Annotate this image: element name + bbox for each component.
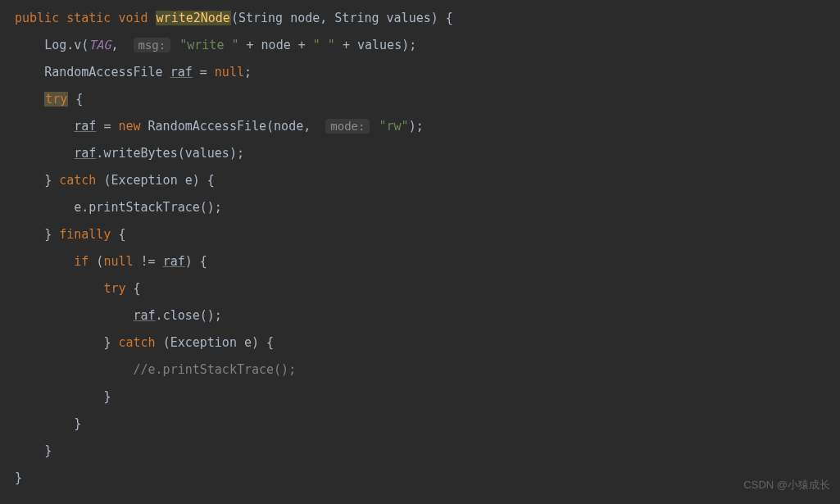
paren-close: ) (193, 173, 200, 188)
code-line[interactable]: } finally { (15, 221, 840, 248)
semicolon: ; (215, 308, 222, 323)
keyword-if: if (74, 254, 89, 269)
paren-open: ( (200, 200, 207, 215)
method-name: write2Node (156, 11, 231, 25)
brace-close: } (44, 173, 52, 188)
code-editor[interactable]: public static void write2Node(String nod… (0, 0, 840, 492)
variable-ref: values (185, 146, 229, 161)
dot: . (156, 308, 163, 323)
comment: //e.printStackTrace(); (134, 362, 297, 377)
variable-decl: e (244, 335, 252, 350)
brace-open: { (266, 335, 274, 350)
code-line[interactable]: } (15, 465, 840, 492)
operator-neq: != (141, 254, 156, 269)
brace-open: { (75, 92, 83, 107)
brace-close: } (74, 416, 81, 431)
string-literal: " " (313, 38, 335, 52)
operator-plus: + (298, 38, 306, 52)
type-ref: Exception (170, 335, 237, 350)
code-line[interactable]: //e.printStackTrace(); (15, 356, 840, 384)
paren-open: ( (266, 119, 274, 134)
variable-ref: e (74, 200, 81, 215)
variable-decl: raf (170, 65, 193, 79)
paren-close: ) (185, 254, 193, 269)
brace-open: { (207, 173, 215, 188)
param-name: values (387, 11, 431, 25)
brace-open: { (118, 227, 125, 242)
method-call: close (163, 308, 200, 323)
paren-close: ) (207, 308, 215, 323)
paren-open: ( (231, 11, 238, 25)
code-line[interactable]: raf.close(); (15, 302, 840, 329)
brace-close: } (103, 389, 111, 404)
paren-open: ( (178, 146, 185, 161)
code-line[interactable]: } catch (Exception e) { (15, 167, 840, 194)
dot: . (66, 38, 74, 52)
method-call: printStackTrace (89, 200, 199, 215)
semicolon: ; (416, 119, 424, 134)
paren-open: ( (163, 335, 170, 350)
code-line[interactable]: try { (15, 275, 840, 302)
parameter-hint: mode: (325, 119, 370, 134)
code-line[interactable]: Log.v(TAG, msg: "write " + node + " " + … (15, 32, 840, 59)
paren-close: ) (431, 11, 438, 25)
keyword-catch: catch (118, 335, 155, 350)
parameter-hint: msg: (134, 38, 171, 52)
keyword-catch: catch (59, 173, 96, 188)
brace-open: { (200, 254, 207, 269)
watermark-text: CSDN @小猿成长 (743, 474, 830, 497)
dot: . (81, 200, 89, 215)
variable-ref: raf (74, 146, 96, 161)
variable-ref: raf (163, 254, 185, 269)
code-line[interactable]: try { (15, 86, 840, 113)
code-line[interactable]: raf.writeBytes(values); (15, 140, 840, 167)
semicolon: ; (409, 38, 416, 52)
static-field: TAG (89, 38, 111, 52)
string-literal: "write " (179, 38, 238, 52)
method-call: writeBytes (103, 146, 177, 161)
code-line[interactable]: if (null != raf) { (15, 248, 840, 275)
variable-decl: e (185, 173, 193, 188)
paren-close: ) (402, 38, 409, 52)
paren-close: ) (409, 119, 416, 134)
brace-open: { (446, 11, 453, 25)
param-name: node (290, 11, 320, 25)
code-line[interactable]: } (15, 411, 840, 438)
type-ref: RandomAccessFile (44, 65, 163, 79)
param-type: String (334, 11, 379, 25)
code-line[interactable]: } (15, 438, 840, 465)
keyword-try: try (103, 281, 125, 296)
semicolon: ; (237, 146, 244, 161)
brace-close: } (103, 335, 111, 350)
type-ref: Exception (111, 173, 177, 188)
keyword-try: try (44, 92, 68, 107)
operator-plus: + (247, 38, 254, 52)
operator-assign: = (103, 119, 111, 134)
semicolon: ; (215, 200, 222, 215)
code-line[interactable]: } (15, 384, 840, 411)
paren-close: ) (229, 146, 237, 161)
keyword-static: static (66, 11, 111, 25)
comma: , (303, 119, 311, 134)
variable-ref: raf (134, 308, 156, 323)
paren-close: ) (207, 200, 215, 215)
comma: , (111, 38, 118, 52)
paren-close: ) (252, 335, 259, 350)
keyword-null: null (103, 254, 133, 269)
code-line[interactable]: RandomAccessFile raf = null; (15, 59, 840, 86)
class-ref: Log (44, 38, 66, 52)
keyword-finally: finally (59, 227, 111, 242)
operator-assign: = (200, 65, 207, 79)
keyword-null: null (215, 65, 244, 79)
variable-ref: node (261, 38, 291, 52)
brace-close: } (44, 227, 52, 242)
code-line[interactable]: e.printStackTrace(); (15, 194, 840, 221)
operator-plus: + (343, 38, 350, 52)
variable-ref: values (357, 38, 402, 52)
paren-open: ( (200, 308, 207, 323)
code-line[interactable]: public static void write2Node(String nod… (15, 5, 840, 32)
code-line[interactable]: raf = new RandomAccessFile(node, mode: "… (15, 113, 840, 140)
method-call: v (74, 38, 81, 52)
code-line[interactable]: } catch (Exception e) { (15, 329, 840, 356)
keyword-void: void (118, 11, 148, 25)
